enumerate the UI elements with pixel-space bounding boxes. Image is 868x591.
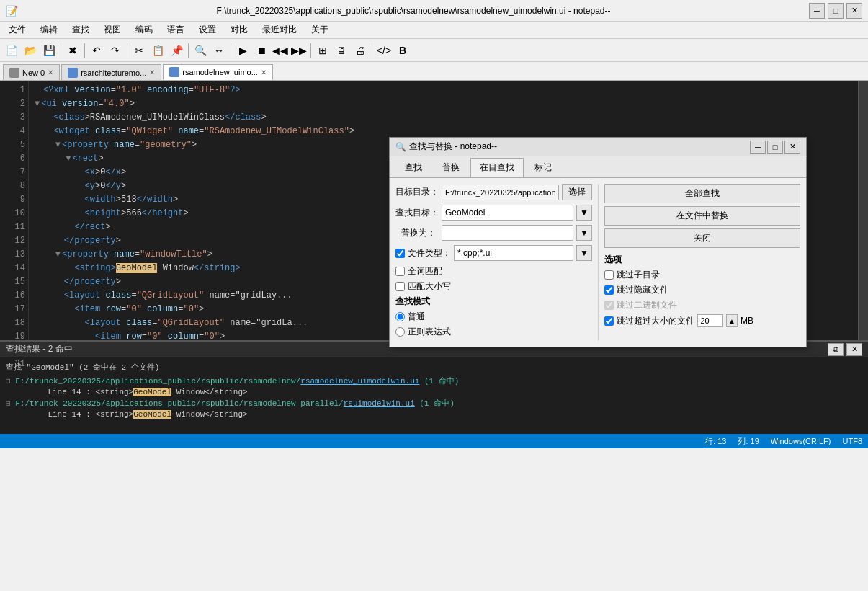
menu-item-编码[interactable]: 编码 xyxy=(130,22,158,37)
new-button[interactable]: 📄 xyxy=(3,42,20,59)
separator-7 xyxy=(372,43,372,58)
code-button[interactable]: </> xyxy=(375,42,393,59)
menu-item-关于[interactable]: 关于 xyxy=(305,22,334,37)
mode-normal-radio[interactable] xyxy=(395,312,405,321)
result-group-1[interactable]: ⊟ F:/trunck_20220325/applications_public… xyxy=(6,398,862,409)
menu-item-文件[interactable]: 文件 xyxy=(3,22,32,37)
menu-item-编辑[interactable]: 编辑 xyxy=(35,22,63,37)
full-word-checkbox[interactable] xyxy=(395,267,405,276)
skip-subdir-checkbox[interactable] xyxy=(604,270,614,280)
line-number-6: 6 xyxy=(3,152,25,166)
find-button[interactable]: 🔍 xyxy=(192,42,209,59)
filetype-checkbox[interactable] xyxy=(395,249,405,258)
tab-rsamodel[interactable]: rsamodelnew_uimo... ✕ xyxy=(163,64,273,80)
dialog-right: 全部查找 在文件中替换 关闭 选项 跳过子目录 跳过隐藏文件 xyxy=(598,184,800,341)
find-dropdown-button[interactable]: ▼ xyxy=(576,205,592,221)
scrollbar-right[interactable] xyxy=(858,81,868,340)
replace-in-file-button[interactable]: 在文件中替换 xyxy=(604,206,800,226)
close-button[interactable]: ✕ xyxy=(846,3,862,19)
result-group-0[interactable]: ⊟ F:/trunck_20220325/applications_public… xyxy=(6,376,862,386)
stop-button[interactable]: ⏹ xyxy=(253,42,270,59)
grid-button[interactable]: ⊞ xyxy=(314,42,331,59)
target-dir-input[interactable] xyxy=(442,185,559,200)
tab-close-rsamodel[interactable]: ✕ xyxy=(261,68,267,76)
result-item-1-0[interactable]: Line 14 : <string>GeoModel Window</strin… xyxy=(29,410,862,419)
tab-label-architecture: rsarchitecturemo... xyxy=(81,68,146,77)
bold-button[interactable]: B xyxy=(394,42,411,59)
line-number-16: 16 xyxy=(3,289,25,303)
filetype-row: 文件类型： ▼ xyxy=(395,245,592,261)
tab-label-new0: New 0 xyxy=(22,68,45,77)
maximize-button[interactable]: □ xyxy=(828,3,844,19)
menu-item-语言[interactable]: 语言 xyxy=(161,22,190,37)
copy-button[interactable]: 📋 xyxy=(149,42,166,59)
title-controls: ─ □ ✕ xyxy=(809,3,862,19)
mode-normal-label: 普通 xyxy=(408,311,425,323)
tab-close-architecture[interactable]: ✕ xyxy=(149,68,155,76)
monitor-button[interactable]: 🖥 xyxy=(333,42,350,59)
dialog-minimize-button[interactable]: ─ xyxy=(750,141,766,154)
save-button[interactable]: 💾 xyxy=(40,42,58,59)
replace-dropdown-button[interactable]: ▼ xyxy=(576,225,592,241)
search-mode-title: 查找模式 xyxy=(395,296,592,308)
dialog-tab-replace[interactable]: 普换 xyxy=(433,158,469,177)
menu-item-对比[interactable]: 对比 xyxy=(225,22,254,37)
cut-button[interactable]: ✂ xyxy=(130,42,148,59)
filetype-input[interactable] xyxy=(454,245,573,261)
skip-large-checkbox[interactable] xyxy=(604,316,614,326)
dialog-tab-find[interactable]: 查找 xyxy=(395,158,431,177)
search-mode-section: 查找模式 普通 正则表达式 xyxy=(395,296,592,338)
find-all-button[interactable]: 全部查找 xyxy=(604,184,800,203)
undo-button[interactable]: ↶ xyxy=(88,42,105,59)
filetype-dropdown-button[interactable]: ▼ xyxy=(576,245,592,261)
mode-regex-label: 正则表达式 xyxy=(408,326,451,338)
menu-item-视图[interactable]: 视图 xyxy=(98,22,127,37)
paste-button[interactable]: 📌 xyxy=(168,42,185,59)
options-title: 选项 xyxy=(604,254,800,266)
dialog-close-button[interactable]: ✕ xyxy=(784,141,800,154)
line-number-11: 11 xyxy=(3,221,25,234)
full-word-label: 全词匹配 xyxy=(408,265,442,277)
app-icon: 📝 xyxy=(6,5,18,17)
match-case-row: 匹配大小写 xyxy=(395,280,592,293)
window-title: F:\trunck_20220325\applications_public\r… xyxy=(18,6,809,16)
results-close-button[interactable]: ✕ xyxy=(846,343,862,356)
select-dir-button[interactable]: 选择 xyxy=(562,184,592,200)
skip-large-size-up[interactable]: ▲ xyxy=(726,314,738,327)
separator-1 xyxy=(61,43,61,58)
mode-regex-radio[interactable] xyxy=(395,327,405,337)
dialog-tab-mark[interactable]: 标记 xyxy=(525,158,561,177)
open-button[interactable]: 📂 xyxy=(22,42,39,59)
redo-button[interactable]: ↷ xyxy=(107,42,124,59)
replace-button[interactable]: ↔ xyxy=(210,42,228,59)
result-item-0-0[interactable]: Line 14 : <string>GeoModel Window</strin… xyxy=(29,388,862,396)
tab-architecture[interactable]: rsarchitecturemo... ✕ xyxy=(61,64,161,80)
find-target-input[interactable] xyxy=(442,205,573,221)
dialog-title-bar: 🔍 查找与替换 - notepad-- ─ □ ✕ xyxy=(390,138,806,156)
skip-subdir-row: 跳过子目录 xyxy=(604,269,800,281)
skip-hidden-checkbox[interactable] xyxy=(604,285,614,295)
dialog-tab-indir[interactable]: 在目查找 xyxy=(470,158,524,177)
skip-large-size-input[interactable] xyxy=(697,314,723,327)
close-dialog-button[interactable]: 关闭 xyxy=(604,228,800,248)
prev-button[interactable]: ◀◀ xyxy=(272,42,289,59)
find-target-row: 查找目标： ▼ xyxy=(395,205,592,221)
filetype-label: 文件类型： xyxy=(408,247,451,259)
menu-item-查找[interactable]: 查找 xyxy=(66,22,95,37)
tab-new0[interactable]: New 0 ✕ xyxy=(3,64,60,80)
close-file-button[interactable]: ✖ xyxy=(64,42,81,59)
menu-item-最近对比[interactable]: 最近对比 xyxy=(256,22,303,37)
minimize-button[interactable]: ─ xyxy=(809,3,825,19)
next-button[interactable]: ▶▶ xyxy=(290,42,308,59)
print-button[interactable]: 🖨 xyxy=(352,42,369,59)
menu-item-设置[interactable]: 设置 xyxy=(193,22,222,37)
tab-close-new0[interactable]: ✕ xyxy=(48,68,53,76)
match-case-checkbox[interactable] xyxy=(395,282,405,291)
dialog-maximize-button[interactable]: □ xyxy=(767,141,783,154)
replace-input[interactable] xyxy=(442,225,573,241)
skip-hidden-row: 跳过隐藏文件 xyxy=(604,284,800,296)
results-content: 查找 "GeoModel" (2 命中在 2 个文件)⊟ F:/trunck_2… xyxy=(0,357,868,434)
results-float-button[interactable]: ⧉ xyxy=(828,343,844,356)
play-button[interactable]: ▶ xyxy=(234,42,251,59)
dialog-left: 目标目录： 选择 查找目标： ▼ 普换为： ▼ xyxy=(395,184,598,341)
